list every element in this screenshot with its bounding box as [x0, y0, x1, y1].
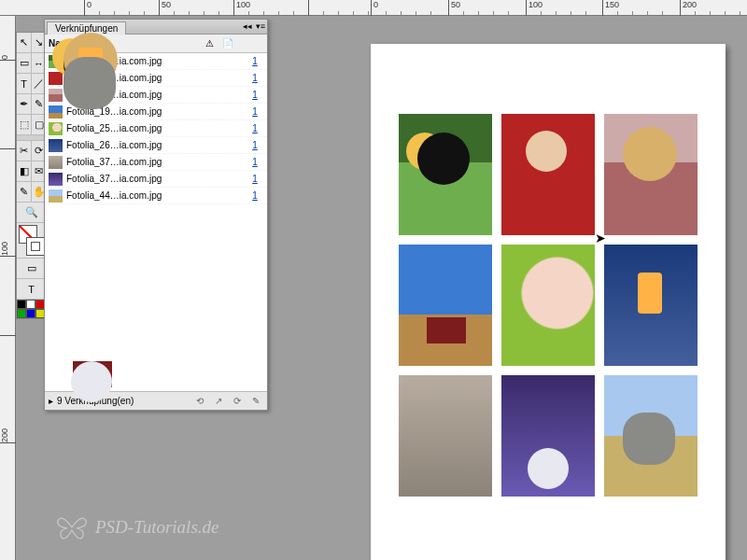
- link-thumbnail: [49, 89, 63, 102]
- type-tool[interactable]: T: [17, 74, 32, 94]
- panel-menu-icon[interactable]: ▾≡: [256, 21, 265, 31]
- placed-image[interactable]: [604, 375, 698, 497]
- placed-image[interactable]: [604, 114, 698, 235]
- color-swatches: [17, 300, 47, 318]
- butterfly-icon: [56, 513, 88, 541]
- link-thumbnail: [49, 55, 63, 68]
- frame-tool[interactable]: ⬚: [17, 115, 32, 135]
- selection-tool[interactable]: ↖: [17, 33, 32, 53]
- link-filename: Fotolia_44…ia.com.jpg: [66, 190, 211, 201]
- link-page-number[interactable]: 1: [247, 73, 263, 83]
- swatch[interactable]: [26, 300, 35, 309]
- column-status-icon: ⚠: [200, 38, 218, 49]
- placed-image[interactable]: [399, 114, 492, 235]
- toolbox: ↖ ↘ ▭ ↔ T ／ ✒ ✎ ⬚ ▢ ✂ ⟳ ◧ ✉ ✎ ✋ 🔍 ▭ T: [16, 32, 48, 319]
- link-page-number[interactable]: 1: [247, 123, 263, 133]
- placed-image[interactable]: [501, 114, 595, 235]
- format-text-btn[interactable]: T: [17, 279, 47, 300]
- relink-button[interactable]: ⟲: [192, 395, 207, 408]
- horizontal-ruler: 050100050100150200: [0, 0, 747, 16]
- link-thumbnail: [49, 156, 63, 169]
- pen-tool[interactable]: ✒: [17, 94, 32, 115]
- goto-link-button[interactable]: ↗: [211, 395, 226, 408]
- link-row[interactable]: Fotolia_37…ia.com.jpg1: [45, 154, 267, 171]
- collapse-icon[interactable]: ◂◂: [243, 21, 252, 31]
- document-page[interactable]: ➤: [371, 44, 726, 560]
- page-tool[interactable]: ▭: [17, 53, 32, 74]
- placed-image[interactable]: [501, 375, 595, 497]
- watermark: PSD-Tutorials.de: [56, 513, 218, 541]
- link-thumbnail: [49, 173, 63, 186]
- link-page-number[interactable]: 1: [247, 174, 263, 184]
- gradient-tool[interactable]: ◧: [17, 161, 32, 182]
- link-thumbnail: [49, 72, 63, 85]
- link-page-number[interactable]: 1: [247, 106, 263, 117]
- format-container-btn[interactable]: ▭: [17, 259, 47, 279]
- link-thumbnail: [49, 105, 63, 119]
- link-filename: Fotolia_37…ia.com.jpg: [66, 174, 211, 184]
- link-row[interactable]: Fotolia_37…ia.com.jpg1: [45, 171, 267, 188]
- stroke-swatch[interactable]: [26, 237, 45, 256]
- placed-image[interactable]: [399, 375, 492, 497]
- link-filename: Fotolia_26…ia.com.jpg: [66, 140, 211, 150]
- link-thumbnail: [49, 189, 63, 203]
- link-filename: Fotolia_37…ia.com.jpg: [66, 157, 211, 167]
- link-row[interactable]: Fotolia_26…ia.com.jpg1: [45, 137, 267, 154]
- link-row[interactable]: Fotolia_25…ia.com.jpg1: [45, 120, 267, 137]
- column-page-icon: 📄: [218, 38, 237, 49]
- image-grid: [399, 114, 698, 497]
- link-page-number[interactable]: 1: [247, 140, 263, 150]
- link-thumbnail: [49, 122, 63, 135]
- vertical-ruler: 0100200: [0, 16, 16, 560]
- swatch[interactable]: [26, 309, 35, 318]
- watermark-text: PSD-Tutorials.de: [95, 517, 218, 538]
- swatch[interactable]: [17, 309, 26, 318]
- zoom-tool[interactable]: 🔍: [17, 203, 47, 223]
- link-page-number[interactable]: 1: [247, 90, 263, 100]
- links-list[interactable]: Fotolia_16…ia.com.jpg1Fotolia_17…ia.com.…: [45, 53, 267, 391]
- link-row[interactable]: Fotolia_44…ia.com.jpg1: [45, 188, 267, 204]
- link-page-number[interactable]: 1: [247, 157, 263, 167]
- eyedropper-tool[interactable]: ✎: [17, 182, 32, 203]
- expand-icon[interactable]: ▸: [49, 396, 53, 406]
- placed-image[interactable]: [604, 245, 698, 366]
- swatch[interactable]: [17, 300, 26, 309]
- placed-image[interactable]: [399, 245, 492, 366]
- links-panel: Verknüpfungen ◂◂ ▾≡ Name ⚠ 📄 Fotolia_16……: [44, 19, 268, 411]
- link-page-number[interactable]: 1: [247, 190, 263, 201]
- panel-tab-bar: Verknüpfungen ◂◂ ▾≡: [45, 20, 267, 35]
- update-link-button[interactable]: ⟳: [230, 395, 245, 408]
- link-thumbnail: [49, 139, 63, 152]
- link-page-number[interactable]: 1: [247, 56, 263, 66]
- fill-stroke-control[interactable]: [17, 223, 47, 259]
- scissors-tool[interactable]: ✂: [17, 141, 32, 161]
- edit-original-button[interactable]: ✎: [248, 395, 263, 408]
- link-filename: Fotolia_25…ia.com.jpg: [66, 123, 211, 133]
- placed-image[interactable]: [501, 245, 595, 366]
- links-count-label: 9 Verknüpfung(en): [57, 396, 189, 406]
